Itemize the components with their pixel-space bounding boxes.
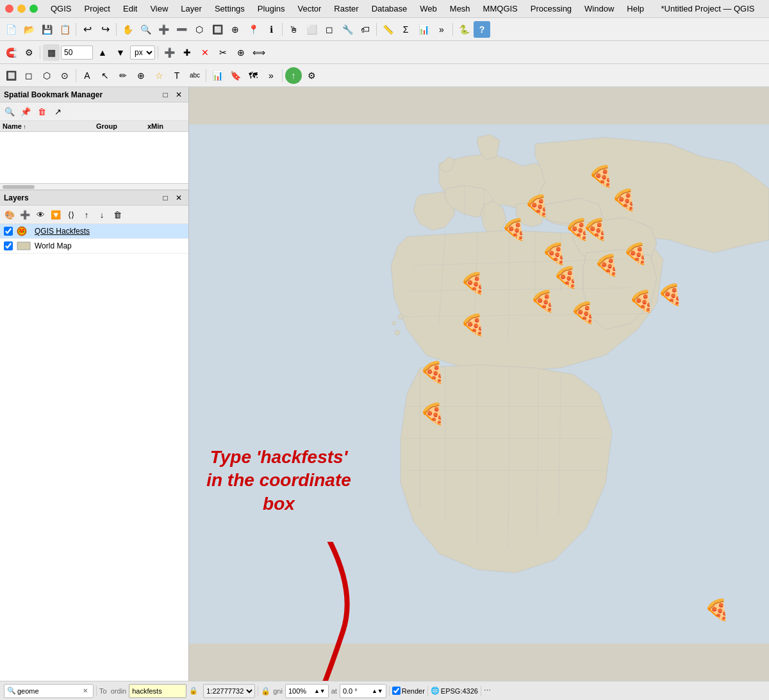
zoom-select-btn[interactable]: ⊕ — [227, 21, 244, 38]
filter-btn[interactable]: 🔧 — [339, 21, 356, 38]
pizza-marker-4[interactable]: 🍕 — [542, 241, 567, 266]
coordinate-field[interactable] — [129, 684, 186, 698]
draw-btn[interactable]: ✏ — [115, 67, 131, 84]
pizza-marker-15[interactable]: 🍕 — [460, 271, 486, 295]
menu-mesh[interactable]: Mesh — [445, 3, 475, 15]
pizza-marker-11[interactable]: 🍕 — [530, 289, 556, 313]
select-btn[interactable]: 🖱 — [285, 21, 302, 38]
pan-tool[interactable]: ✋ — [119, 21, 136, 38]
identify-btn[interactable]: ℹ — [263, 21, 279, 38]
pizza-marker-12[interactable]: 🍕 — [570, 300, 596, 325]
sum-btn[interactable]: Σ — [397, 21, 414, 38]
python-btn[interactable]: 🐍 — [456, 21, 472, 38]
more2-btn[interactable]: » — [263, 67, 279, 84]
lock-icon[interactable]: 🔒 — [189, 687, 198, 695]
pizza-marker-18[interactable]: 🍕 — [420, 402, 445, 426]
render-checkbox[interactable] — [392, 687, 401, 695]
select-polygon-btn[interactable]: ◻ — [21, 67, 37, 84]
zoom-up-btn[interactable]: ▲ — [314, 688, 320, 694]
label-tool-btn[interactable]: abc — [186, 67, 203, 84]
rotation-field[interactable]: ▲ ▼ — [340, 684, 386, 698]
search-input[interactable] — [17, 687, 81, 695]
overview-btn[interactable]: 🗺 — [245, 67, 261, 84]
pixel-up-btn[interactable]: ▲ — [94, 44, 111, 61]
zoom-input[interactable] — [288, 687, 314, 695]
scale-field[interactable]: 1:22777732 — [203, 684, 255, 698]
layers-filter-btn[interactable]: 🔽 — [49, 208, 63, 222]
deselect-btn[interactable]: ◻ — [321, 21, 338, 38]
menu-qgis[interactable]: QGIS — [45, 3, 77, 15]
reshape-btn[interactable]: ⟺ — [251, 44, 267, 61]
epsg-button[interactable]: 🌐 EPSG:4326 — [431, 687, 478, 695]
settings-btn[interactable]: ⚙ — [303, 67, 320, 84]
select-freehand-btn[interactable]: ⬡ — [38, 67, 55, 84]
undo-btn[interactable]: ↩ — [79, 21, 95, 38]
zoom-field[interactable]: ▲ ▼ — [285, 684, 329, 698]
pizza-marker-10[interactable]: 🍕 — [623, 241, 649, 266]
menu-window[interactable]: Window — [579, 3, 619, 15]
stats-btn[interactable]: 📊 — [415, 21, 432, 38]
bookmark-float-icon[interactable]: □ — [160, 89, 171, 101]
layers-float-icon[interactable]: □ — [160, 192, 171, 204]
pizza-marker-7[interactable]: 🍕 — [583, 217, 608, 241]
layer-item-hackfests[interactable]: QGIS Hackfests — [0, 224, 188, 239]
location-search-field[interactable]: 🔍 ✕ — [4, 684, 94, 698]
pizza-marker-3[interactable]: 🍕 — [524, 193, 550, 218]
pizza-marker-19[interactable]: 🍕 — [704, 598, 730, 622]
bookmark-delete-btn[interactable]: 🗑 — [35, 104, 49, 118]
menu-mmqgis[interactable]: MMQGIS — [478, 3, 523, 15]
add-point-btn[interactable]: ⊕ — [133, 67, 149, 84]
new-project-btn[interactable]: 📄 — [3, 21, 19, 38]
pizza-marker-1[interactable]: 🍕 — [588, 164, 614, 188]
share-btn[interactable]: ↑ — [285, 67, 302, 84]
pan-map-btn[interactable]: 📍 — [245, 21, 261, 38]
merge-btn[interactable]: ⊕ — [233, 44, 249, 61]
zoom-layer-btn[interactable]: 🔲 — [209, 21, 226, 38]
zoom-tool[interactable]: 🔍 — [137, 21, 154, 38]
pizza-marker-9[interactable]: 🍕 — [611, 188, 637, 212]
add-feature-btn[interactable]: ➕ — [161, 44, 178, 61]
layers-move-down-btn[interactable]: ↓ — [95, 208, 109, 222]
star-btn[interactable]: ☆ — [151, 67, 167, 84]
rotation-input[interactable] — [343, 687, 372, 695]
layer-hackfests-checkbox[interactable] — [4, 227, 13, 236]
split-btn[interactable]: ✂ — [215, 44, 231, 61]
zoom-in-btn[interactable]: ➕ — [155, 21, 172, 38]
help-btn[interactable]: ? — [474, 21, 490, 38]
bookmark-search-btn[interactable]: 🔍 — [3, 104, 17, 118]
open-project-btn[interactable]: 📂 — [21, 21, 37, 38]
pixel-down-btn[interactable]: ▼ — [112, 44, 129, 61]
pizza-marker-16[interactable]: 🍕 — [460, 313, 486, 337]
coordinate-input[interactable] — [132, 687, 183, 695]
map-area[interactable]: Type 'hackfests'in the coordinatebox 🍕 🍕… — [189, 87, 769, 681]
pizza-marker-14[interactable]: 🍕 — [657, 282, 683, 307]
scale-select[interactable]: 1:22777732 — [203, 684, 255, 698]
menu-layer[interactable]: Layer — [176, 3, 207, 15]
layers-remove-btn[interactable]: 🗑 — [110, 208, 124, 222]
label-btn[interactable]: 🏷 — [357, 21, 374, 38]
menu-raster[interactable]: Raster — [329, 3, 363, 15]
layers-paint-btn[interactable]: 🎨 — [3, 208, 17, 222]
select-radius-btn[interactable]: ⊙ — [56, 67, 73, 84]
search-clear-btn[interactable]: ✕ — [83, 687, 88, 694]
layer-item-worldmap[interactable]: World Map — [0, 239, 188, 254]
pointer-btn[interactable]: ↖ — [97, 67, 113, 84]
snap-btn[interactable]: 🧲 — [3, 44, 19, 61]
maximize-button[interactable] — [29, 4, 38, 13]
menu-processing[interactable]: Processing — [525, 3, 577, 15]
menu-vector[interactable]: Vector — [293, 3, 327, 15]
menu-plugins[interactable]: Plugins — [252, 3, 290, 15]
text-btn[interactable]: T — [169, 67, 185, 84]
pixel-unit-select[interactable]: px — [130, 45, 155, 60]
save-project-btn[interactable]: 💾 — [38, 21, 55, 38]
bookmark-close-icon[interactable]: ✕ — [173, 89, 185, 101]
diagram-btn[interactable]: 📊 — [209, 67, 226, 84]
select-location-btn[interactable]: 🔲 — [3, 67, 19, 84]
zoom-out-btn[interactable]: ➖ — [173, 21, 190, 38]
layers-add-btn[interactable]: ➕ — [18, 208, 32, 222]
more-status-btn[interactable]: ⋯ — [484, 687, 491, 695]
layers-expand-btn[interactable]: ⟨⟩ — [64, 208, 78, 222]
pizza-marker-2[interactable]: 🍕 — [501, 217, 527, 241]
pizza-marker-8[interactable]: 🍕 — [594, 253, 620, 277]
menu-database[interactable]: Database — [367, 3, 413, 15]
